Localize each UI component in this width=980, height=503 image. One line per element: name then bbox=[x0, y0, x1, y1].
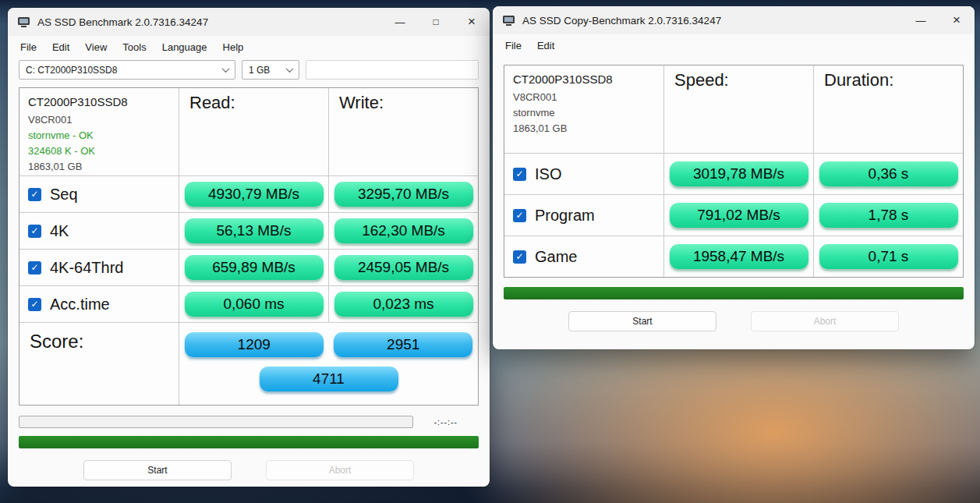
game-label: Game bbox=[535, 248, 577, 266]
4k-write-value: 162,30 MB/s bbox=[334, 218, 473, 243]
close-button[interactable]: × bbox=[454, 8, 490, 36]
drive-info-panel: CT2000P310SSD8 V8CR001 stornvme 1863,01 … bbox=[504, 66, 663, 153]
game-speed-value: 1958,47 MB/s bbox=[670, 244, 808, 269]
program-duration-value: 1,78 s bbox=[819, 203, 958, 228]
total-score-value: 4711 bbox=[260, 367, 398, 391]
seq-checkbox[interactable]: ✓ bbox=[28, 188, 41, 201]
drive-select-value: C: CT2000P310SSD8 bbox=[26, 65, 117, 76]
drive-firmware: V8CR001 bbox=[513, 91, 655, 103]
iso-speed-value: 3019,78 MB/s bbox=[670, 161, 808, 186]
abort-button[interactable]: Abort bbox=[751, 311, 899, 331]
duration-column-header: Duration: bbox=[813, 66, 963, 153]
menu-view[interactable]: View bbox=[77, 38, 115, 56]
app-icon bbox=[502, 15, 515, 27]
button-row: Start Abort bbox=[8, 460, 490, 480]
program-speed-value: 791,02 MB/s bbox=[670, 203, 808, 228]
overall-progress-bar bbox=[504, 287, 964, 299]
drive-driver: stornvme bbox=[513, 107, 655, 119]
seq-label: Seq bbox=[50, 186, 78, 204]
4k64thrd-write-value: 2459,05 MB/s bbox=[334, 255, 473, 280]
eta-time: -:--:-- bbox=[413, 417, 479, 427]
read-column-header: Read: bbox=[179, 88, 328, 183]
seq-write-value: 3295,70 MB/s bbox=[334, 182, 473, 207]
menubar: File Edit bbox=[493, 34, 975, 57]
progress-section: -:--:-- bbox=[19, 416, 479, 428]
menu-edit[interactable]: Edit bbox=[44, 38, 77, 56]
table-row-iso: ✓ ISO 3019,78 MB/s 0,36 s bbox=[504, 153, 963, 194]
menu-help[interactable]: Help bbox=[215, 38, 252, 56]
drive-capacity: 1863,01 GB bbox=[513, 122, 655, 134]
table-row-4k64thrd: ✓ 4K-64Thrd 659,89 MB/s 2459,05 MB/s bbox=[19, 249, 478, 285]
table-row-seq: ✓ Seq 4930,79 MB/s 3295,70 MB/s bbox=[19, 175, 478, 212]
minimize-button[interactable]: — bbox=[382, 8, 418, 36]
drive-alignment-status: 324608 K - OK bbox=[28, 145, 170, 157]
menu-language[interactable]: Language bbox=[154, 38, 215, 56]
benchmark-window: AS SSD Benchmark 2.0.7316.34247 — □ × Fi… bbox=[8, 8, 490, 487]
menu-tools[interactable]: Tools bbox=[115, 38, 154, 56]
window-controls: — × bbox=[903, 6, 975, 34]
drive-capacity: 1863,01 GB bbox=[28, 161, 170, 172]
table-row-game: ✓ Game 1958,47 MB/s 0,71 s bbox=[504, 236, 963, 277]
maximize-button[interactable]: □ bbox=[418, 8, 454, 36]
program-label: Program bbox=[535, 207, 595, 225]
menu-file[interactable]: File bbox=[497, 37, 529, 55]
drive-model: CT2000P310SSD8 bbox=[513, 73, 655, 86]
menu-edit[interactable]: Edit bbox=[529, 37, 562, 55]
window-controls: — □ × bbox=[382, 8, 490, 36]
start-button[interactable]: Start bbox=[83, 460, 232, 480]
4k64thrd-label: 4K-64Thrd bbox=[50, 259, 124, 277]
table-row-acctime: ✓ Acc.time 0,060 ms 0,023 ms bbox=[19, 285, 478, 322]
menu-file[interactable]: File bbox=[12, 38, 44, 56]
app-icon bbox=[17, 16, 30, 28]
iso-duration-value: 0,36 s bbox=[819, 161, 958, 186]
4k-checkbox[interactable]: ✓ bbox=[28, 225, 41, 238]
chevron-down-icon bbox=[286, 65, 294, 73]
write-score-value: 2951 bbox=[334, 332, 472, 357]
acctime-checkbox[interactable]: ✓ bbox=[28, 298, 41, 311]
minimize-button[interactable]: — bbox=[903, 6, 939, 34]
toolbar: C: CT2000P310SSD8 1 GB bbox=[8, 58, 490, 83]
drive-driver-status: stornvme - OK bbox=[28, 129, 170, 141]
progress-bar bbox=[19, 416, 413, 428]
drive-firmware: V8CR001 bbox=[28, 114, 170, 126]
game-checkbox[interactable]: ✓ bbox=[513, 250, 526, 264]
drive-select[interactable]: C: CT2000P310SSD8 bbox=[19, 60, 235, 80]
abort-button[interactable]: Abort bbox=[266, 460, 414, 480]
overall-progress-bar bbox=[19, 436, 479, 448]
window-title: AS SSD Copy-Benchmark 2.0.7316.34247 bbox=[522, 15, 721, 27]
window-title: AS SSD Benchmark 2.0.7316.34247 bbox=[37, 16, 208, 28]
game-duration-value: 0,71 s bbox=[819, 244, 958, 269]
iso-checkbox[interactable]: ✓ bbox=[513, 168, 526, 181]
test-size-select[interactable]: 1 GB bbox=[242, 60, 299, 80]
4k64thrd-read-value: 659,89 MB/s bbox=[185, 255, 324, 280]
table-row-4k: ✓ 4K 56,13 MB/s 162,30 MB/s bbox=[19, 212, 478, 249]
table-header-row: CT2000P310SSD8 V8CR001 stornvme - OK 324… bbox=[19, 88, 478, 175]
copy-titlebar[interactable]: AS SSD Copy-Benchmark 2.0.7316.34247 — × bbox=[493, 6, 975, 34]
benchmark-table: CT2000P310SSD8 V8CR001 stornvme - OK 324… bbox=[19, 87, 479, 406]
menubar: File Edit View Tools Language Help bbox=[8, 36, 490, 58]
chevron-down-icon bbox=[222, 65, 230, 73]
start-button[interactable]: Start bbox=[568, 311, 716, 331]
drive-info-panel: CT2000P310SSD8 V8CR001 stornvme - OK 324… bbox=[19, 88, 179, 183]
read-score-value: 1209 bbox=[185, 332, 324, 357]
program-checkbox[interactable]: ✓ bbox=[513, 209, 526, 222]
close-button[interactable]: × bbox=[939, 6, 975, 34]
write-column-header: Write: bbox=[328, 88, 478, 183]
benchmark-titlebar[interactable]: AS SSD Benchmark 2.0.7316.34247 — □ × bbox=[8, 8, 490, 36]
target-field[interactable] bbox=[306, 60, 479, 80]
desktop-wallpaper: AS SSD Benchmark 2.0.7316.34247 — □ × Fi… bbox=[0, 0, 980, 503]
4k64thrd-checkbox[interactable]: ✓ bbox=[28, 261, 41, 275]
test-size-value: 1 GB bbox=[249, 65, 270, 76]
acctime-read-value: 0,060 ms bbox=[185, 292, 324, 317]
4k-label: 4K bbox=[50, 222, 69, 240]
iso-label: ISO bbox=[535, 165, 561, 183]
copy-benchmark-window: AS SSD Copy-Benchmark 2.0.7316.34247 — ×… bbox=[493, 6, 975, 349]
drive-model: CT2000P310SSD8 bbox=[28, 95, 170, 108]
score-label: Score: bbox=[19, 323, 179, 405]
button-row: Start Abort bbox=[493, 311, 975, 331]
table-header-row: CT2000P310SSD8 V8CR001 stornvme 1863,01 … bbox=[504, 66, 963, 153]
seq-read-value: 4930,79 MB/s bbox=[185, 182, 324, 207]
acctime-write-value: 0,023 ms bbox=[334, 292, 473, 317]
copy-benchmark-table: CT2000P310SSD8 V8CR001 stornvme 1863,01 … bbox=[504, 65, 964, 278]
speed-column-header: Speed: bbox=[663, 66, 813, 153]
